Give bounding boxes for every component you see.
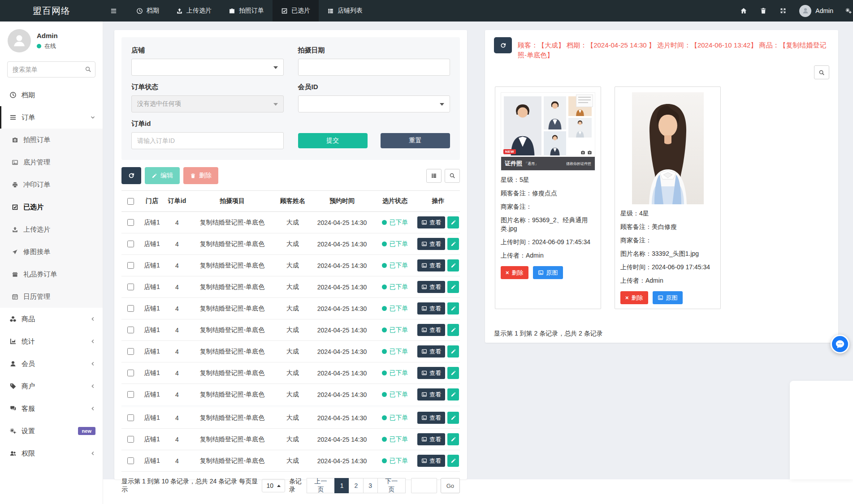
sidebar-item-settings[interactable]: 设置 new <box>0 420 103 442</box>
submit-button[interactable]: 提交 <box>298 133 368 148</box>
row-edit-button[interactable] <box>447 302 459 314</box>
row-checkbox[interactable] <box>127 219 134 226</box>
upload-icon <box>12 226 18 233</box>
row-edit-button[interactable] <box>447 455 459 467</box>
avatar <box>8 29 31 52</box>
row-edit-button[interactable] <box>447 433 459 445</box>
row-checkbox[interactable] <box>127 457 134 464</box>
view-button[interactable]: 查看 <box>417 412 445 424</box>
row-checkbox[interactable] <box>127 241 134 247</box>
prev-page-button[interactable]: 上一页 <box>307 478 335 493</box>
goto-page-input[interactable] <box>411 478 437 493</box>
nav-item-schedule[interactable]: 档期 <box>128 0 168 22</box>
sidebar-item-retouch-orders[interactable]: 修图接单 <box>0 241 103 263</box>
chat-button[interactable] <box>831 335 849 353</box>
order-status-select[interactable]: 没有选中任何项 <box>131 95 284 112</box>
view-button[interactable]: 查看 <box>417 302 445 314</box>
sidebar-item-print-orders[interactable]: 冲印订单 <box>0 173 103 196</box>
row-checkbox[interactable] <box>127 414 134 421</box>
sidebar-item-label: 冲印订单 <box>23 181 50 189</box>
brand-logo[interactable]: 盟百网络 <box>0 0 103 22</box>
view-button[interactable]: 查看 <box>417 216 445 228</box>
view-button[interactable]: 查看 <box>417 259 445 271</box>
sidebar-item-calendar[interactable]: 日历管理 <box>0 285 103 308</box>
photo-delete-button[interactable]: × 删除 <box>501 266 528 279</box>
row-checkbox[interactable] <box>127 348 134 355</box>
photo-original-button[interactable]: 原图 <box>653 291 683 304</box>
sidebar-item-statistics[interactable]: 统计 <box>0 330 103 353</box>
sidebar-item-permissions[interactable]: 权限 <box>0 442 103 465</box>
photo-thumbnail-1[interactable]: NEW 证件照 「通用」 拯救你的证件照 <box>501 92 595 171</box>
detail-search-button[interactable] <box>814 65 829 79</box>
home-button[interactable] <box>734 0 753 22</box>
row-edit-button[interactable] <box>447 367 459 379</box>
nav-item-photo-orders[interactable]: 拍照订单 <box>220 0 273 22</box>
photo-original-button[interactable]: 原图 <box>533 266 563 279</box>
nav-item-upload-photos[interactable]: 上传选片 <box>168 0 220 22</box>
view-button[interactable]: 查看 <box>417 388 445 401</box>
page-size-select[interactable]: 10 <box>262 479 285 492</box>
sidebar-item-merchants[interactable]: 商户 <box>0 375 103 397</box>
row-checkbox[interactable] <box>127 284 134 290</box>
page-button-3[interactable]: 3 <box>363 478 378 493</box>
row-edit-button[interactable] <box>447 388 459 401</box>
row-edit-button[interactable] <box>447 412 459 424</box>
view-button[interactable]: 查看 <box>417 281 445 293</box>
shop-select[interactable] <box>131 59 284 76</box>
row-edit-button[interactable] <box>447 281 459 293</box>
refresh-button[interactable] <box>121 167 141 184</box>
row-edit-button[interactable] <box>447 216 459 228</box>
row-edit-button[interactable] <box>447 259 459 271</box>
page-button-2[interactable]: 2 <box>349 478 364 493</box>
view-button[interactable]: 查看 <box>417 367 445 379</box>
shoot-date-input[interactable] <box>298 59 450 76</box>
go-button[interactable]: Go <box>441 478 460 493</box>
detail-refresh-button[interactable] <box>494 37 512 53</box>
sidebar-item-schedule[interactable]: 档期 <box>0 84 103 106</box>
sidebar-item-customer-service[interactable]: 客服 <box>0 397 103 420</box>
next-page-button[interactable]: 下一页 <box>377 478 406 493</box>
sidebar-item-members[interactable]: 会员 <box>0 353 103 375</box>
photo-delete-button[interactable]: × 删除 <box>620 291 648 304</box>
row-checkbox[interactable] <box>127 305 134 312</box>
settings-button[interactable] <box>840 0 853 22</box>
toggle-search-button[interactable] <box>445 169 460 183</box>
sidebar-item-selected-photos[interactable]: 已选片 <box>0 196 103 218</box>
page-button-1[interactable]: 1 <box>334 478 349 493</box>
select-all-checkbox[interactable] <box>127 198 134 205</box>
sidebar-item-gift-voucher-orders[interactable]: 礼品券订单 <box>0 263 103 285</box>
view-button[interactable]: 查看 <box>417 324 445 336</box>
clear-cache-button[interactable] <box>753 0 773 22</box>
user-menu[interactable]: Admin <box>793 5 840 17</box>
menu-search-input[interactable] <box>7 61 95 78</box>
sidebar-item-orders[interactable]: 订单 <box>0 106 103 129</box>
row-edit-button[interactable] <box>447 238 459 250</box>
order-id-input[interactable] <box>131 132 284 149</box>
fullscreen-button[interactable] <box>773 0 793 22</box>
reset-button[interactable]: 重置 <box>381 133 450 148</box>
row-checkbox[interactable] <box>127 370 134 376</box>
member-id-select[interactable] <box>298 95 450 112</box>
row-edit-button[interactable] <box>447 345 459 358</box>
view-button[interactable]: 查看 <box>417 433 445 445</box>
delete-button[interactable]: 删除 <box>183 167 218 184</box>
edit-button[interactable]: 编辑 <box>145 167 180 184</box>
row-checkbox[interactable] <box>127 391 134 398</box>
nav-item-shop-list[interactable]: 店铺列表 <box>319 0 371 22</box>
view-button[interactable]: 查看 <box>417 345 445 358</box>
view-button[interactable]: 查看 <box>417 455 445 467</box>
row-checkbox[interactable] <box>127 262 134 269</box>
photo-thumbnail-2[interactable] <box>620 92 715 204</box>
sidebar-item-photo-orders[interactable]: 拍照订单 <box>0 129 103 151</box>
toggle-view-button[interactable] <box>426 169 442 183</box>
sidebar-item-upload-photos[interactable]: 上传选片 <box>0 218 103 241</box>
sidebar-item-negatives[interactable]: 底片管理 <box>0 151 103 173</box>
sidebar-toggle-button[interactable] <box>103 0 124 22</box>
nav-item-selected-photos[interactable]: 已选片 <box>273 0 319 22</box>
row-checkbox[interactable] <box>127 436 134 443</box>
sidebar-item-products[interactable]: 商品 <box>0 308 103 330</box>
row-checkbox[interactable] <box>127 327 134 333</box>
row-edit-button[interactable] <box>447 324 459 336</box>
view-button[interactable]: 查看 <box>417 238 445 250</box>
cell-time: 2024-04-25 14:30 <box>311 233 373 255</box>
